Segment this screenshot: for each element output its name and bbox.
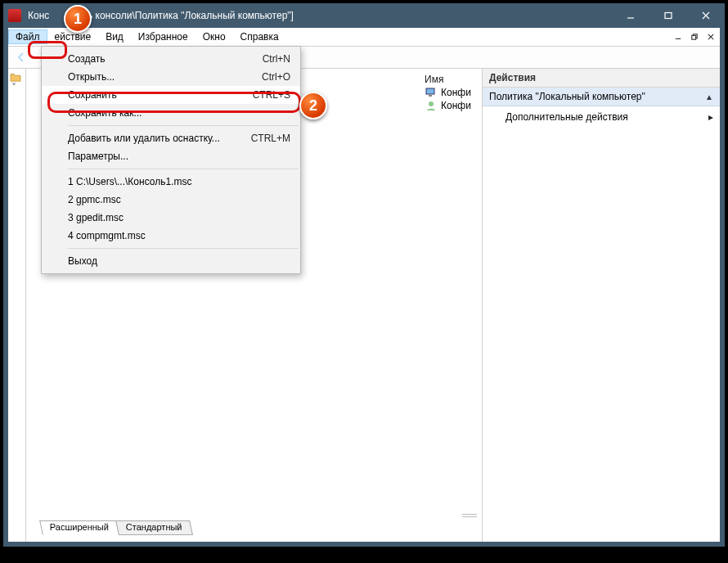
mdi-minimize-button[interactable]	[671, 30, 685, 43]
title-suffix: рень консоли\Политика "Локальный компьют…	[71, 10, 294, 21]
menu-view[interactable]: Вид	[98, 29, 131, 44]
menu-item-save-as[interactable]: Сохранить как...	[42, 104, 300, 122]
computer-icon	[425, 87, 438, 98]
list-item-label: Конфи	[441, 100, 471, 111]
menu-help[interactable]: Справка	[233, 29, 286, 44]
menu-shortcut: Ctrl+O	[262, 71, 290, 83]
menu-item-recent-4[interactable]: 4 compmgmt.msc	[42, 227, 300, 245]
menu-item-recent-1[interactable]: 1 C:\Users\...\Консоль1.msc	[42, 173, 300, 191]
mdi-close-button[interactable]	[703, 30, 718, 43]
svg-rect-1	[692, 35, 696, 39]
client-area: Файл ействие Вид Избранное Окно Справка …	[8, 28, 720, 542]
mdi-restore-button[interactable]	[687, 30, 702, 43]
menu-shortcut: Ctrl+N	[263, 53, 290, 65]
list-item-label: Конфи	[441, 87, 471, 98]
title-prefix: Конс	[28, 10, 49, 21]
svg-rect-0	[665, 13, 672, 19]
menu-item-save[interactable]: СохранитьCTRL+S	[42, 86, 300, 104]
menu-item-open[interactable]: Открыть...Ctrl+O	[42, 68, 300, 86]
menu-item-label: 2 gpmc.msc	[68, 194, 121, 205]
menu-item-recent-2[interactable]: 2 gpmc.msc	[42, 191, 300, 209]
titlebar: Конс рень консоли\Политика "Локальный ко…	[3, 3, 725, 28]
back-button[interactable]	[11, 48, 31, 66]
actions-subheader[interactable]: Политика "Локальный компьютер" ▲	[483, 88, 720, 106]
menu-item-label: Открыть...	[68, 71, 115, 83]
close-button[interactable]	[687, 3, 725, 28]
folder-icon	[10, 72, 21, 82]
menu-shortcut: CTRL+S	[253, 89, 290, 101]
file-dropdown: СоздатьCtrl+N Открыть...Ctrl+O Сохранить…	[41, 46, 301, 274]
svg-rect-4	[426, 88, 434, 94]
menu-item-exit[interactable]: Выход	[42, 252, 300, 270]
menu-item-label: Сохранить как...	[68, 107, 142, 119]
menu-item-label: 1 C:\Users\...\Консоль1.msc	[68, 176, 191, 187]
collapse-icon: ▲	[705, 92, 713, 101]
svg-rect-5	[429, 95, 432, 97]
annotation-marker-2: 2	[299, 92, 327, 119]
menu-item-label: 4 compmgmt.msc	[68, 230, 146, 241]
maximize-button[interactable]	[649, 3, 687, 28]
actions-more-label: Дополнительные действия	[506, 111, 628, 123]
menu-item-add-snapin[interactable]: Добавить или удалить оснастку...CTRL+M	[42, 129, 300, 147]
tree-root[interactable]	[8, 72, 25, 82]
window-controls	[612, 3, 725, 28]
actions-header: Действия	[483, 69, 720, 88]
actions-subheader-label: Политика "Локальный компьютер"	[489, 91, 645, 102]
list-item[interactable]: Конфи	[425, 87, 474, 98]
svg-point-6	[429, 101, 434, 106]
app-icon	[8, 9, 21, 22]
chevron-right-icon: ▸	[708, 111, 713, 123]
menu-item-options[interactable]: Параметры...	[42, 147, 300, 165]
tree-pane[interactable]: ˅	[8, 69, 26, 542]
tree-expander[interactable]: ˅	[8, 82, 25, 93]
user-icon	[425, 100, 438, 111]
menu-item-label: Создать	[68, 53, 106, 65]
tab-standard[interactable]: Стандартный	[115, 520, 192, 535]
mdi-controls	[671, 30, 720, 43]
menu-item-label: 3 gpedit.msc	[68, 212, 124, 223]
resize-grip[interactable]	[462, 514, 477, 517]
menu-window[interactable]: Окно	[195, 29, 233, 44]
menu-item-label: Добавить или удалить оснастку...	[68, 133, 220, 144]
annotation-marker-1: 1	[64, 5, 92, 33]
view-tabs: Расширенный Стандартный	[26, 520, 482, 538]
actions-more[interactable]: Дополнительные действия ▸	[483, 106, 720, 128]
column-header-name[interactable]: Имя	[425, 74, 443, 85]
minimize-button[interactable]	[612, 3, 649, 28]
menu-item-label: Параметры...	[68, 151, 128, 162]
menu-item-label: Выход	[68, 255, 97, 267]
menubar: Файл ействие Вид Избранное Окно Справка	[8, 28, 720, 46]
list-item[interactable]: Конфи	[425, 100, 474, 111]
menu-item-create[interactable]: СоздатьCtrl+N	[42, 50, 300, 68]
menu-file[interactable]: Файл	[8, 29, 47, 44]
tab-extended[interactable]: Расширенный	[39, 520, 119, 535]
menu-item-label: Сохранить	[68, 89, 117, 101]
menu-shortcut: CTRL+M	[251, 133, 290, 144]
menu-favorites[interactable]: Избранное	[131, 29, 195, 44]
actions-pane: Действия Политика "Локальный компьютер" …	[483, 69, 720, 542]
menu-item-recent-3[interactable]: 3 gpedit.msc	[42, 209, 300, 227]
